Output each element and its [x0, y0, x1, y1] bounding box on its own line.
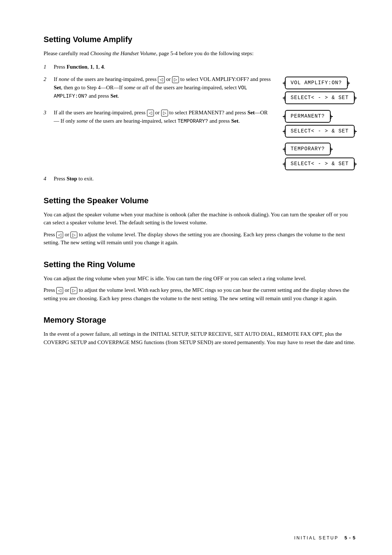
footer-right: INITIAL SETUP 5 - 5	[294, 535, 356, 540]
step-3: 3 If all the users are hearing-impaired,…	[44, 109, 356, 170]
lcd-outer-step2-line1: ( VOL AMPLIFY:ON? )	[284, 77, 356, 89]
speaker-volume-para-2: Press ◁ or ▷ to adjust the volume level.…	[44, 230, 356, 247]
lcd-line1-step2: VOL AMPLIFY:ON?	[285, 77, 348, 89]
step-num-4: 4	[44, 175, 54, 183]
step-2-display: ( VOL AMPLIFY:ON? ) ( SELECT< - > & SET …	[284, 77, 356, 104]
step-2-text: If none of the users are hearing-impaire…	[54, 75, 273, 100]
step-4-content: Press Stop to exit.	[54, 175, 356, 183]
step-2-row: If none of the users are hearing-impaire…	[54, 75, 356, 104]
lcd-left-arrow-2: (	[284, 94, 286, 102]
step-3-text: If all the users are hearing-impaired, p…	[54, 109, 273, 125]
left-arrow-key-2: ◁	[158, 76, 165, 83]
lcd-permanent-group: ( PERMANENT? ) ( SELECT< - > & SET )	[284, 110, 356, 138]
footer-label: INITIAL SETUP	[294, 535, 339, 540]
step-1-keys: Function	[66, 64, 87, 70]
lcd-outer-step2-line2: ( SELECT< - > & SET )	[284, 91, 356, 104]
lcd-right-arrow-perm1: )	[330, 112, 332, 121]
lcd-right-arrow-perm2: )	[354, 127, 356, 136]
footer: INITIAL SETUP 5 - 5	[294, 535, 356, 540]
step-3-displays: ( PERMANENT? ) ( SELECT< - > & SET ) ( T…	[284, 109, 356, 170]
step-1: 1 Press Function, 1, 1, 4.	[44, 63, 356, 71]
right-arrow-speaker: ▷	[70, 232, 77, 238]
step-3-content: If all the users are hearing-impaired, p…	[54, 109, 356, 170]
lcd-left-arrow-temp1: (	[284, 145, 286, 154]
lcd-right-arrow-temp1: )	[330, 145, 332, 154]
lcd-temporary-line2: SELECT< - > & SET	[285, 158, 355, 170]
lcd-left-arrow-temp2: (	[284, 160, 286, 168]
step-2: 2 If none of the users are hearing-impai…	[44, 75, 356, 104]
lcd-temporary-group: ( TEMPORARY? ) ( SELECT< - > & SET )	[284, 143, 356, 170]
section-title-volume-amplify: Setting Volume Amplify	[44, 35, 356, 44]
step-1-content: Press Function, 1, 1, 4.	[54, 63, 356, 71]
section-title-ring-volume: Setting the Ring Volume	[44, 260, 356, 269]
stop-key: Stop	[66, 176, 77, 181]
lcd-left-arrow-perm2: (	[284, 127, 286, 136]
lcd-permanent-line1: PERMANENT?	[285, 110, 331, 123]
lcd-temporary-line1: TEMPORARY?	[285, 143, 331, 155]
step-4: 4 Press Stop to exit.	[44, 175, 356, 183]
footer-page: 5 - 5	[344, 535, 356, 540]
step-2-content: If none of the users are hearing-impaire…	[54, 75, 356, 104]
lcd-right-arrow-temp2: )	[354, 160, 356, 168]
right-arrow-key-3: ▷	[161, 110, 168, 117]
vol-amplify-on-ref: VOL AMPLIFY:ON?	[54, 85, 247, 99]
lcd-right-arrow-1: )	[347, 79, 349, 87]
temporary-ref: TEMPORARY?	[177, 118, 208, 124]
italic-reference: Choosing the Handset Volume	[90, 50, 156, 56]
step-num-2: 2	[44, 75, 54, 83]
step-num-1: 1	[44, 63, 54, 71]
lcd-outer-temp-2: ( SELECT< - > & SET )	[284, 158, 356, 170]
speaker-volume-para-1: You can adjust the speaker volume when y…	[44, 211, 356, 227]
lcd-permanent-line2: SELECT< - > & SET	[285, 125, 355, 138]
section-title-memory-storage: Memory Storage	[44, 315, 356, 325]
left-arrow-speaker: ◁	[56, 232, 63, 238]
lcd-outer-temp-1: ( TEMPORARY? )	[284, 143, 356, 155]
ring-volume-para-2: Press ◁ or ▷ to adjust the volume level.…	[44, 286, 356, 302]
intro-paragraph: Please carefully read Choosing the Hands…	[44, 49, 356, 58]
step-num-3: 3	[44, 109, 54, 117]
lcd-line2-step2: SELECT< - > & SET	[285, 91, 355, 104]
lcd-left-arrow-1: (	[284, 79, 286, 87]
lcd-right-arrow-2: )	[354, 94, 356, 102]
left-arrow-ring: ◁	[56, 287, 63, 294]
lcd-left-arrow-perm1: (	[284, 112, 286, 121]
section-title-speaker-volume: Setting the Speaker Volume	[44, 196, 356, 205]
lcd-outer-perm-2: ( SELECT< - > & SET )	[284, 125, 356, 138]
right-arrow-key-2: ▷	[172, 76, 179, 83]
ring-volume-para-1: You can adjust the ring volume when your…	[44, 274, 356, 283]
memory-storage-para: In the event of a power failure, all set…	[44, 330, 356, 346]
lcd-outer-perm-1: ( PERMANENT? )	[284, 110, 356, 123]
left-arrow-key-3: ◁	[147, 110, 154, 117]
step-3-row: If all the users are hearing-impaired, p…	[54, 109, 356, 170]
right-arrow-ring: ▷	[70, 287, 77, 294]
